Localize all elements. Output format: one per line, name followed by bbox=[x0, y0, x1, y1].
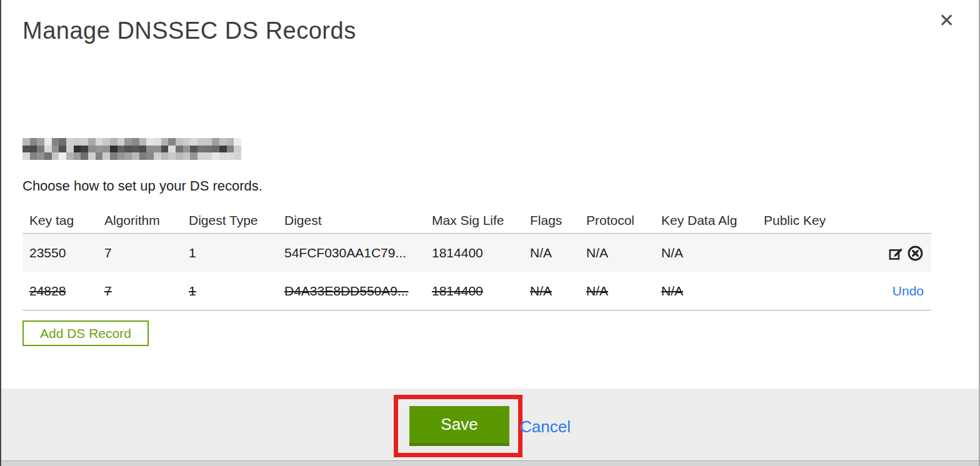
col-key-data-alg: Key Data Alg bbox=[661, 213, 764, 228]
cell-digest-type: 1 bbox=[189, 245, 284, 260]
cell-key-data-alg: N/A bbox=[661, 245, 764, 260]
col-digest: Digest bbox=[284, 213, 432, 228]
col-protocol: Protocol bbox=[586, 213, 661, 228]
cell-digest-type: 1 bbox=[189, 284, 284, 299]
add-ds-record-button[interactable]: Add DS Record bbox=[22, 320, 149, 346]
cell-max-sig-life: 1814400 bbox=[432, 245, 530, 260]
cell-digest: 54FCF030AA1C79... bbox=[284, 245, 432, 260]
table-row-deleted: 24828 7 1 D4A33E8DD550A9... 1814400 N/A … bbox=[22, 272, 931, 310]
undo-link[interactable]: Undo bbox=[892, 284, 924, 299]
cell-max-sig-life: 1814400 bbox=[432, 284, 530, 299]
cell-key-data-alg: N/A bbox=[661, 284, 764, 299]
table-row: 23550 7 1 54FCF030AA1C79... 1814400 N/A … bbox=[22, 233, 931, 272]
cancel-link[interactable]: Cancel bbox=[520, 417, 571, 437]
table-header-row: Key tag Algorithm Digest Type Digest Max… bbox=[22, 207, 931, 233]
cell-protocol: N/A bbox=[586, 284, 661, 299]
cell-algorithm: 7 bbox=[104, 245, 189, 260]
redacted-domain bbox=[22, 138, 241, 160]
delete-record-icon[interactable] bbox=[907, 245, 924, 262]
cell-key-tag: 23550 bbox=[29, 245, 104, 260]
cell-flags: N/A bbox=[530, 245, 586, 260]
cell-key-tag: 24828 bbox=[29, 284, 104, 299]
instruction-text: Choose how to set up your DS records. bbox=[22, 178, 262, 194]
ds-records-table: Key tag Algorithm Digest Type Digest Max… bbox=[22, 207, 931, 310]
cell-digest: D4A33E8DD550A9... bbox=[284, 284, 432, 299]
edit-record-icon[interactable] bbox=[888, 245, 904, 262]
col-digest-type: Digest Type bbox=[189, 213, 284, 228]
page-title: Manage DNSSEC DS Records bbox=[22, 17, 356, 44]
cell-protocol: N/A bbox=[586, 245, 661, 260]
col-key-tag: Key tag bbox=[29, 213, 104, 228]
cell-algorithm: 7 bbox=[104, 284, 189, 299]
col-public-key: Public Key bbox=[764, 213, 931, 228]
col-max-sig-life: Max Sig Life bbox=[432, 213, 530, 228]
window-bottom-bar bbox=[1, 460, 979, 466]
col-algorithm: Algorithm bbox=[104, 213, 189, 228]
cell-flags: N/A bbox=[530, 284, 586, 299]
save-button[interactable]: Save bbox=[409, 406, 509, 446]
col-flags: Flags bbox=[530, 213, 586, 228]
close-icon[interactable]: ✕ bbox=[939, 11, 954, 30]
